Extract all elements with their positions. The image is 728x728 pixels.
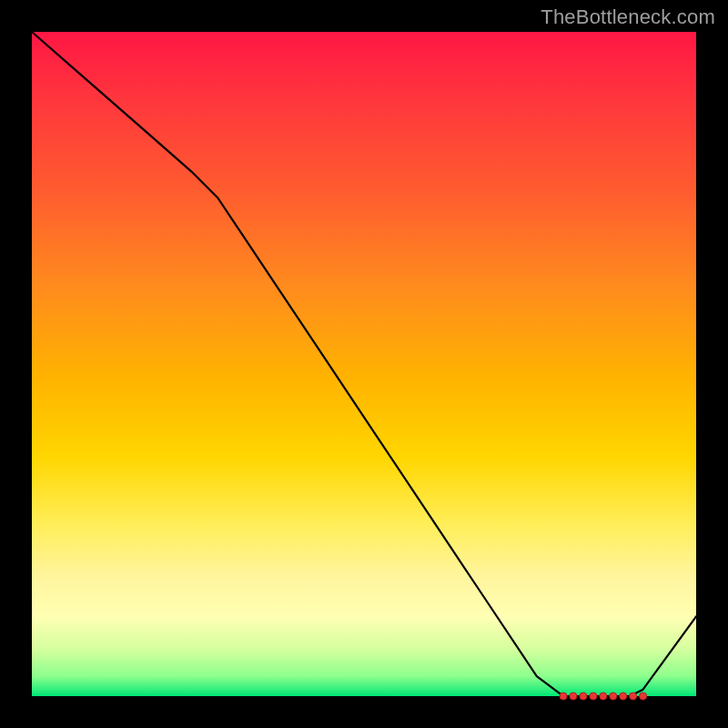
watermark-text: TheBottleneck.com — [541, 5, 715, 29]
optimal-point — [560, 693, 567, 700]
chart-svg — [32, 32, 696, 696]
chart-frame: TheBottleneck.com — [0, 0, 728, 728]
optimal-point — [640, 693, 647, 700]
optimal-point — [570, 693, 577, 700]
optimal-range-markers — [560, 693, 647, 700]
bottleneck-curve — [32, 32, 696, 696]
plot-area — [32, 32, 696, 696]
optimal-point — [590, 693, 597, 700]
optimal-point — [630, 693, 637, 700]
optimal-point — [620, 693, 627, 700]
optimal-point — [580, 693, 587, 700]
optimal-point — [600, 693, 607, 700]
optimal-point — [610, 693, 617, 700]
